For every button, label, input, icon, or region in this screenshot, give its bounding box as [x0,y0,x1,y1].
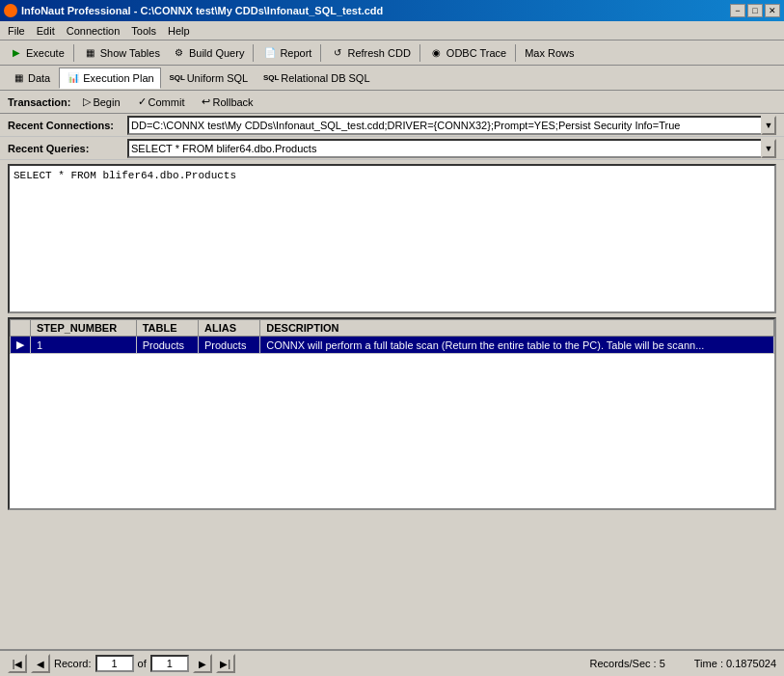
query-editor[interactable]: SELECT * FROM blifer64.dbo.Products [8,164,776,313]
recent-connections-dropdown[interactable]: ▼ [761,116,776,135]
toolbar-main: ▶ Execute ▦ Show Tables ⚙ Build Query 📄 … [0,41,784,66]
cell-step-number: 1 [31,337,137,354]
tab-execution-plan[interactable]: 📊 Execution Plan [59,68,160,89]
query-text: SELECT * FROM blifer64.dbo.Products [14,170,236,181]
odbc-trace-icon: ◉ [429,45,445,61]
app-icon [4,4,17,17]
build-query-label: Build Query [189,47,244,59]
uniform-sql-icon: SQL [170,70,185,86]
recent-connections-input[interactable] [127,116,761,135]
window-content: File Edit Connection Tools Help ▶ Execut… [0,21,784,676]
separator-3 [320,44,321,62]
recent-queries-label: Recent Queries: [8,143,123,154]
menu-help[interactable]: Help [162,23,196,39]
records-per-sec: Records/Sec : 5 [590,658,665,669]
results-table-container: STEP_NUMBER TABLE ALIAS DESCRIPTION ▶ 1 … [8,317,776,510]
report-label: Report [280,47,311,59]
menu-connection[interactable]: Connection [61,23,126,39]
table-row[interactable]: ▶ 1 Products Products CONNX will perform… [11,337,774,354]
relational-db-sql-icon: SQL [263,70,279,86]
tab-data[interactable]: ▦ Data [4,68,57,89]
transaction-label: Transaction: [8,96,70,108]
cell-description: CONNX will perform a full table scan (Re… [260,337,774,354]
odbc-trace-button[interactable]: ◉ ODBC Trace [424,42,511,64]
row-indicator: ▶ [11,337,31,354]
nav-last-button[interactable]: ▶| [216,654,235,673]
tab-uniform-sql[interactable]: SQL Uniform SQL [163,68,256,89]
data-tab-icon: ▦ [11,70,26,86]
recent-connections-combo: ▼ [127,116,776,135]
record-number-input[interactable] [95,655,134,672]
title-bar-text: InfoNaut Professional - C:\CONNX test\My… [4,4,383,17]
show-tables-label: Show Tables [100,47,160,59]
col-step-number: STEP_NUMBER [31,320,137,337]
separator-4 [419,44,420,62]
toolbar-tabs: ▦ Data 📊 Execution Plan SQL Uniform SQL … [0,66,784,91]
menu-edit[interactable]: Edit [31,23,61,39]
close-button[interactable]: ✕ [765,4,780,17]
commit-button[interactable]: ✓ Commit [133,94,190,110]
table-body: ▶ 1 Products Products CONNX will perform… [11,337,774,354]
rollback-button[interactable]: ↩ Rollback [197,94,257,110]
of-label: of [138,658,147,669]
execution-plan-label: Execution Plan [83,72,153,84]
begin-button[interactable]: ▷ Begin [78,94,124,110]
table-header: STEP_NUMBER TABLE ALIAS DESCRIPTION [11,320,774,337]
begin-label: Begin [93,96,120,108]
nav-first-button[interactable]: |◀ [8,654,27,673]
cell-alias: Products [198,337,259,354]
nav-prev-button[interactable]: ◀ [31,654,50,673]
report-button[interactable]: 📄 Report [257,42,316,64]
minimize-button[interactable]: − [730,4,745,17]
commit-label: Commit [149,96,185,108]
col-table: TABLE [136,320,198,337]
execute-label: Execute [26,47,65,59]
execution-plan-icon: 📊 [66,70,81,86]
build-query-icon: ⚙ [172,45,187,61]
separator-2 [253,44,254,62]
record-label: Record: [54,658,92,669]
col-indicator [11,320,31,337]
report-icon: 📄 [262,45,278,61]
relational-db-sql-label: Relational DB SQL [281,72,369,84]
recent-queries-input[interactable] [127,139,761,158]
window-controls: − □ ✕ [730,4,780,17]
build-query-button[interactable]: ⚙ Build Query [167,42,249,64]
cell-table: Products [136,337,198,354]
maximize-button[interactable]: □ [747,4,763,17]
results-table: STEP_NUMBER TABLE ALIAS DESCRIPTION ▶ 1 … [10,319,774,354]
refresh-cdd-button[interactable]: ↺ Refresh CDD [325,42,415,64]
col-description: DESCRIPTION [260,320,774,337]
max-rows-button[interactable]: Max Rows [520,42,579,64]
separator-5 [515,44,516,62]
rollback-icon: ↩ [202,95,210,108]
tab-relational-db-sql[interactable]: SQL Relational DB SQL [257,68,376,89]
uniform-sql-label: Uniform SQL [187,72,249,84]
recent-connections-label: Recent Connections: [8,120,123,131]
rollback-label: Rollback [212,96,253,108]
execute-icon: ▶ [9,45,24,61]
header-row: STEP_NUMBER TABLE ALIAS DESCRIPTION [11,320,774,337]
transaction-bar: Transaction: ▷ Begin ✓ Commit ↩ Rollback [0,91,784,114]
recent-queries-dropdown[interactable]: ▼ [761,139,776,158]
max-rows-label: Max Rows [525,47,574,59]
show-tables-button[interactable]: ▦ Show Tables [78,42,165,64]
refresh-icon: ↺ [330,45,345,61]
nav-next-button[interactable]: ▶ [193,654,212,673]
begin-icon: ▷ [83,95,91,108]
recent-queries-combo: ▼ [127,139,776,158]
refresh-cdd-label: Refresh CDD [347,47,410,59]
nav-status: Records/Sec : 5 Time : 0.1875024 [590,658,776,669]
time-display: Time : 0.1875024 [694,658,776,669]
menu-file[interactable]: File [2,23,31,39]
menu-tools[interactable]: Tools [125,23,162,39]
title-text: InfoNaut Professional - C:\CONNX test\My… [21,5,383,16]
separator-1 [73,44,74,62]
execute-button[interactable]: ▶ Execute [4,42,69,64]
navigation-bar: |◀ ◀ Record: of ▶ ▶| Records/Sec : 5 Tim… [0,649,784,676]
total-records-input[interactable] [150,655,189,672]
odbc-trace-label: ODBC Trace [446,47,506,59]
menu-bar: File Edit Connection Tools Help [0,21,784,41]
recent-connections-row: Recent Connections: ▼ [0,114,784,137]
recent-queries-row: Recent Queries: ▼ [0,137,784,160]
